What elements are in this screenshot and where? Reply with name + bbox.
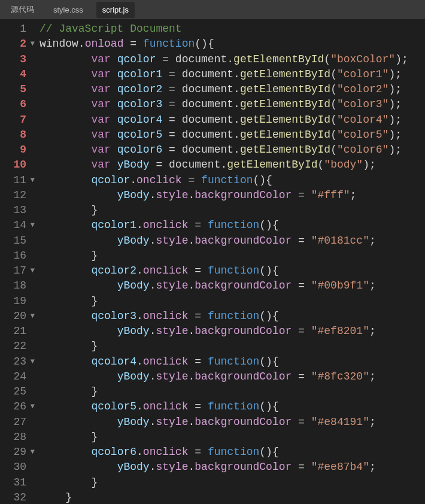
line-number: 9 <box>0 142 36 157</box>
fold-icon[interactable]: ▼ <box>31 354 35 369</box>
code-line[interactable]: } <box>40 475 425 490</box>
line-number: 30 <box>0 460 36 475</box>
line-number: 13 <box>0 203 36 218</box>
code-line[interactable]: var qcolor1 = document.getElementById("c… <box>40 67 425 82</box>
tab-bar: 源代码 style.css script.js <box>0 0 425 19</box>
code-line[interactable]: } <box>40 430 425 445</box>
line-number: 29▼ <box>0 445 36 460</box>
line-number: 5 <box>0 82 36 97</box>
code-line[interactable]: } <box>40 384 425 399</box>
line-number: 27 <box>0 415 36 430</box>
code-editor[interactable]: 12▼34567891011▼121314▼151617▼181920▼2122… <box>0 19 425 504</box>
code-line[interactable]: qcolor5.onclick = function(){ <box>40 399 425 414</box>
fold-icon[interactable]: ▼ <box>31 173 35 188</box>
code-line[interactable]: yBody.style.backgroundColor = "#8fc320"; <box>40 369 425 384</box>
line-number: 21 <box>0 324 36 339</box>
code-line[interactable]: qcolor4.onclick = function(){ <box>40 354 425 369</box>
line-number: 1 <box>0 22 36 37</box>
code-line[interactable]: yBody.style.backgroundColor = "#ee87b4"; <box>40 460 425 475</box>
line-number: 31 <box>0 475 36 490</box>
code-line[interactable]: // JavaScript Document <box>40 22 425 37</box>
line-number: 26▼ <box>0 399 36 414</box>
code-line[interactable]: qcolor2.onclick = function(){ <box>40 263 425 278</box>
line-number: 23▼ <box>0 354 36 369</box>
line-number: 14▼ <box>0 218 36 233</box>
fold-icon[interactable]: ▼ <box>31 218 35 233</box>
fold-icon[interactable]: ▼ <box>31 309 35 324</box>
line-number: 15 <box>0 233 36 248</box>
line-number: 3 <box>0 52 36 67</box>
line-number: 32 <box>0 490 36 504</box>
line-number: 7 <box>0 113 36 127</box>
code-line[interactable]: yBody.style.backgroundColor = "#e84191"; <box>40 415 425 430</box>
line-number: 22 <box>0 339 36 354</box>
code-line[interactable]: qcolor6.onclick = function(){ <box>40 445 425 460</box>
code-line[interactable]: qcolor3.onclick = function(){ <box>40 309 425 324</box>
code-line[interactable]: var qcolor4 = document.getElementById("c… <box>40 113 425 127</box>
line-number: 10 <box>0 157 36 172</box>
fold-icon[interactable]: ▼ <box>31 445 35 460</box>
code-line[interactable]: qcolor.onclick = function(){ <box>40 173 425 188</box>
line-number: 25 <box>0 384 36 399</box>
code-line[interactable]: } <box>40 203 425 218</box>
code-line[interactable]: var qcolor5 = document.getElementById("c… <box>40 127 425 142</box>
code-area[interactable]: // JavaScript Documentwindow.onload = fu… <box>36 19 425 504</box>
code-line[interactable]: } <box>40 248 425 263</box>
code-line[interactable]: yBody.style.backgroundColor = "#0181cc"; <box>40 233 425 248</box>
fold-icon[interactable]: ▼ <box>31 37 35 51</box>
line-number: 20▼ <box>0 309 36 324</box>
code-line[interactable]: var qcolor = document.getElementById("bo… <box>40 52 425 67</box>
code-line[interactable]: var qcolor6 = document.getElementById("c… <box>40 142 425 157</box>
line-number: 16 <box>0 248 36 263</box>
tab-source[interactable]: 源代码 <box>5 1 40 19</box>
code-line[interactable]: yBody.style.backgroundColor = "#ef8201"; <box>40 324 425 339</box>
line-number: 2▼ <box>0 37 36 51</box>
code-line[interactable]: qcolor1.onclick = function(){ <box>40 218 425 233</box>
line-number: 8 <box>0 127 36 142</box>
gutter: 12▼34567891011▼121314▼151617▼181920▼2122… <box>0 19 36 504</box>
line-number: 4 <box>0 67 36 82</box>
code-line[interactable]: yBody.style.backgroundColor = "#00b9f1"; <box>40 278 425 293</box>
code-line[interactable]: } <box>40 490 425 504</box>
code-line[interactable]: var yBody = document.getElementById("bod… <box>40 157 425 172</box>
tab-style[interactable]: style.css <box>47 2 89 18</box>
tab-script[interactable]: script.js <box>96 2 135 18</box>
line-number: 28 <box>0 430 36 445</box>
code-line[interactable]: var qcolor3 = document.getElementById("c… <box>40 97 425 112</box>
line-number: 12 <box>0 188 36 203</box>
fold-icon[interactable]: ▼ <box>31 399 35 414</box>
code-line[interactable]: window.onload = function(){ <box>40 37 425 51</box>
code-line[interactable]: var qcolor2 = document.getElementById("c… <box>40 82 425 97</box>
line-number: 19 <box>0 294 36 309</box>
code-line[interactable]: } <box>40 339 425 354</box>
line-number: 17▼ <box>0 263 36 278</box>
line-number: 11▼ <box>0 173 36 188</box>
fold-icon[interactable]: ▼ <box>31 263 35 278</box>
code-line[interactable]: yBody.style.backgroundColor = "#fff"; <box>40 188 425 203</box>
code-line[interactable]: } <box>40 294 425 309</box>
line-number: 24 <box>0 369 36 384</box>
line-number: 6 <box>0 97 36 112</box>
line-number: 18 <box>0 278 36 293</box>
